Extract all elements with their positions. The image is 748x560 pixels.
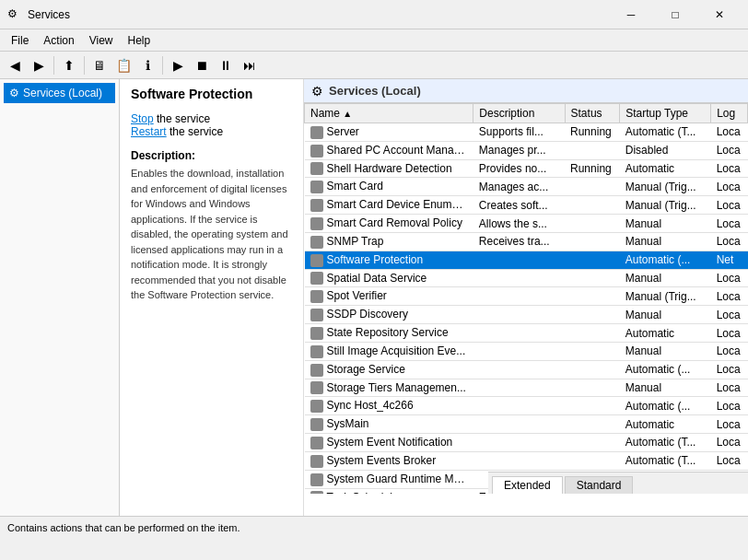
cell-description: Provides no... (473, 159, 565, 178)
cell-status (565, 434, 620, 452)
minimize-button[interactable]: ─ (610, 6, 652, 24)
cell-name: State Repository Service (305, 324, 473, 343)
service-icon (310, 272, 323, 285)
menu-file[interactable]: File (4, 32, 36, 49)
table-row[interactable]: Still Image Acquisition Eve... Manual Lo… (305, 342, 748, 360)
back-button[interactable]: ◀ (4, 54, 26, 76)
show-hide-button[interactable]: 🖥 (88, 54, 111, 76)
cell-startup: Manual (620, 342, 711, 360)
resume-button[interactable]: ⏭ (239, 54, 261, 76)
cell-name: Software Protection (305, 251, 473, 269)
col-startup[interactable]: Startup Type (620, 104, 711, 123)
cell-log: Loca (711, 397, 748, 415)
table-row[interactable]: Sync Host_4c266 Automatic (... Loca (305, 397, 748, 415)
cell-status (565, 379, 620, 397)
tab-standard[interactable]: Standard (565, 476, 634, 494)
up-button[interactable]: ⬆ (58, 54, 80, 76)
table-row[interactable]: State Repository Service Automatic Loca (305, 324, 748, 343)
cell-description (473, 379, 565, 397)
col-name[interactable]: Name ▲ (305, 104, 473, 123)
maximize-button[interactable]: □ (654, 6, 696, 24)
table-row[interactable]: System Events Broker Automatic (T... Loc… (305, 451, 748, 470)
cell-name: Sync Host_4c266 (305, 397, 473, 415)
description-title: Description: (131, 149, 292, 162)
table-row[interactable]: SSDP Discovery Manual Loca (305, 306, 748, 324)
table-row[interactable]: Smart Card Removal Policy Allows the s..… (305, 215, 748, 233)
services-table-container[interactable]: Name ▲ Description Status Startup Type L… (304, 103, 748, 494)
cell-name: System Guard Runtime Mo... (305, 470, 473, 488)
cell-description (473, 306, 565, 324)
table-row[interactable]: Smart Card Manages ac... Manual (Trig...… (305, 178, 748, 196)
export-button[interactable]: 📋 (112, 54, 134, 76)
service-icon (310, 181, 323, 193)
service-icon (310, 455, 323, 468)
forward-button[interactable]: ▶ (28, 54, 50, 76)
cell-status: Running (565, 159, 620, 178)
stop-link[interactable]: Stop (131, 112, 154, 125)
service-icon (310, 437, 323, 449)
cell-log: Loca (711, 232, 748, 251)
sidebar: ⚙ Services (Local) (0, 79, 120, 516)
tabs-bar: Extended Standard (488, 472, 748, 494)
service-icon (310, 162, 323, 175)
cell-startup: Automatic (620, 415, 711, 434)
cell-log: Loca (711, 196, 748, 215)
content-area: Software Protection Stop the service Res… (120, 79, 748, 516)
cell-startup: Automatic (... (620, 397, 711, 415)
cell-name: Storage Service (305, 360, 473, 379)
cell-log: Loca (711, 269, 748, 287)
col-status[interactable]: Status (565, 104, 620, 123)
cell-name: Still Image Acquisition Eve... (305, 342, 473, 360)
menu-action[interactable]: Action (36, 32, 81, 49)
col-description[interactable]: Description (473, 104, 565, 123)
table-row[interactable]: Storage Tiers Managemen... Manual Loca (305, 379, 748, 397)
properties-button[interactable]: ℹ (136, 54, 158, 76)
cell-name: System Events Broker (305, 451, 473, 470)
cell-description (473, 287, 565, 306)
cell-status (565, 451, 620, 470)
table-row[interactable]: Server Supports fil... Running Automatic… (305, 123, 748, 142)
cell-log: Loca (711, 159, 748, 178)
cell-status (565, 415, 620, 434)
table-row[interactable]: Smart Card Device Enumera... Creates sof… (305, 196, 748, 215)
cell-description: Manages ac... (473, 178, 565, 196)
stop-action: Stop the service (131, 112, 292, 125)
table-row[interactable]: Storage Service Automatic (... Loca (305, 360, 748, 379)
cell-status (565, 306, 620, 324)
sidebar-item-services-local[interactable]: ⚙ Services (Local) (4, 83, 115, 103)
restart-action: Restart the service (131, 125, 292, 138)
services-tbody: Server Supports fil... Running Automatic… (305, 123, 748, 495)
cell-startup: Manual (620, 306, 711, 324)
cell-startup: Automatic (... (620, 251, 711, 269)
tab-extended[interactable]: Extended (492, 476, 563, 494)
service-icon (310, 126, 323, 139)
cell-status (565, 324, 620, 343)
table-row[interactable]: Shared PC Account Manager Manages pr... … (305, 141, 748, 159)
cell-name: Smart Card Device Enumera... (305, 196, 473, 215)
cell-status (565, 287, 620, 306)
menu-help[interactable]: Help (121, 32, 158, 49)
restart-link[interactable]: Restart (131, 125, 167, 138)
col-log[interactable]: Log (711, 104, 748, 123)
cell-startup: Manual (620, 232, 711, 251)
close-button[interactable]: ✕ (698, 6, 741, 24)
cell-name: Smart Card (305, 178, 473, 196)
table-row[interactable]: Shell Hardware Detection Provides no... … (305, 159, 748, 178)
cell-description (473, 434, 565, 452)
menu-view[interactable]: View (82, 32, 121, 49)
table-row[interactable]: System Event Notification Automatic (T..… (305, 434, 748, 452)
cell-name: SNMP Trap (305, 232, 473, 251)
table-row[interactable]: SNMP Trap Receives tra... Manual Loca (305, 232, 748, 251)
stop-button[interactable]: ⏹ (191, 54, 213, 76)
cell-name: Task Scheduler (305, 488, 473, 494)
cell-startup: Manual (Trig... (620, 196, 711, 215)
pause-button[interactable]: ⏸ (215, 54, 237, 76)
table-row[interactable]: Spatial Data Service Manual Loca (305, 269, 748, 287)
cell-log: Loca (711, 141, 748, 159)
table-row[interactable]: SysMain Automatic Loca (305, 415, 748, 434)
start-button[interactable]: ▶ (167, 54, 189, 76)
sidebar-item-label: Services (Local) (23, 87, 102, 99)
cell-log: Loca (711, 324, 748, 343)
table-row[interactable]: Spot Verifier Manual (Trig... Loca (305, 287, 748, 306)
table-row[interactable]: Software Protection Automatic (... Net (305, 251, 748, 269)
